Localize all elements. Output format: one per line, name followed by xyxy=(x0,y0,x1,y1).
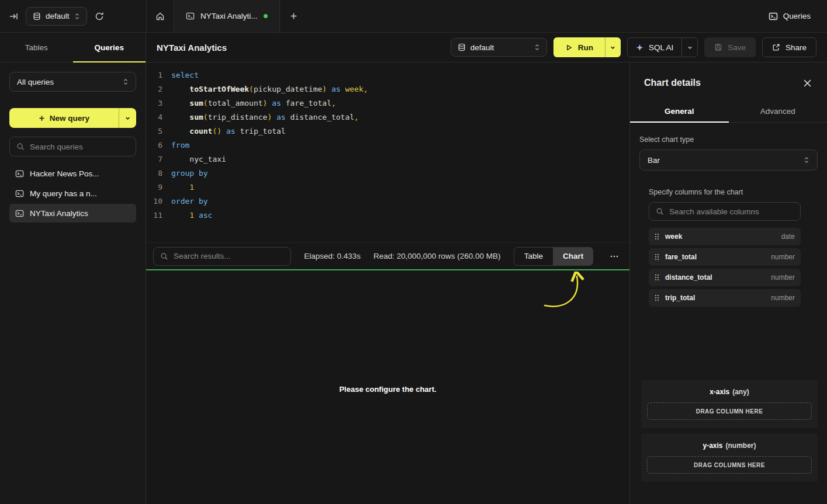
sql-editor[interactable]: 1select2 toStartOfWeek(pickup_datetime) … xyxy=(146,62,629,242)
query-file-icon xyxy=(15,189,24,198)
line-number: 8 xyxy=(146,166,162,180)
more-options-icon[interactable] xyxy=(606,252,622,261)
table-view-button[interactable]: Table xyxy=(514,248,553,265)
home-icon xyxy=(155,12,165,21)
share-label: Share xyxy=(786,43,807,52)
chart-view-label: Chart xyxy=(563,252,583,260)
tab-nytaxi-analytics[interactable]: NYTaxi Analyti... xyxy=(174,0,280,32)
sidebar-tab-queries[interactable]: Queries xyxy=(73,33,146,62)
results-search xyxy=(153,247,291,266)
query-file-icon xyxy=(186,12,195,20)
collapse-sidebar-icon[interactable] xyxy=(9,12,18,21)
code-line: 9 1 xyxy=(146,180,629,194)
query-list-item[interactable]: Hacker News Pos... xyxy=(9,164,136,183)
query-file-icon xyxy=(15,169,24,178)
tab-advanced-label: Advanced xyxy=(760,107,795,116)
run-button[interactable]: Run xyxy=(553,37,605,57)
run-split-button: Run xyxy=(553,37,621,57)
run-label: Run xyxy=(578,43,593,52)
close-icon[interactable] xyxy=(803,79,812,88)
x-axis-label: x-axis(any) xyxy=(647,388,812,396)
tab-title: NYTaxi Analyti... xyxy=(200,12,258,20)
database-icon xyxy=(33,12,41,20)
query-search-input[interactable] xyxy=(30,142,129,151)
database-selector[interactable]: default xyxy=(26,7,87,26)
code-line: 6from xyxy=(146,138,629,152)
database-selector-value: default xyxy=(46,12,70,20)
save-button[interactable]: Save xyxy=(704,37,756,57)
refresh-icon[interactable] xyxy=(95,12,104,21)
chart-column-row[interactable]: trip_total number xyxy=(649,289,801,307)
query-header: NYTaxi Analytics default xyxy=(146,33,827,62)
column-name: distance_total xyxy=(665,273,712,281)
new-query-dropdown[interactable] xyxy=(119,108,136,128)
search-icon xyxy=(16,142,25,151)
query-item-label: My query has a n... xyxy=(30,189,97,198)
topbar-left: default xyxy=(0,0,146,32)
tab-advanced[interactable]: Advanced xyxy=(729,100,827,122)
query-filter-select[interactable]: All queries xyxy=(9,72,136,92)
share-button[interactable]: Share xyxy=(762,37,816,57)
body-row: Tables Queries All queries xyxy=(0,33,827,504)
chart-placeholder-text: Please configure the chart. xyxy=(146,385,629,394)
sql-ai-split-button: SQL AI xyxy=(627,37,698,57)
columns-search xyxy=(649,202,801,221)
chevron-down-icon xyxy=(687,44,693,51)
column-type: number xyxy=(771,273,795,281)
chart-view-button[interactable]: Chart xyxy=(553,248,593,265)
sql-ai-dropdown[interactable] xyxy=(681,38,697,57)
line-number: 3 xyxy=(146,96,162,110)
chart-panel-header: Chart details xyxy=(630,62,827,100)
sidebar-tabs: Tables Queries xyxy=(0,33,146,62)
results-search-input[interactable] xyxy=(174,252,284,260)
run-options-dropdown[interactable] xyxy=(605,37,621,57)
top-bar: default NYTaxi Analyti... xyxy=(0,0,827,33)
chart-details-panel: Chart details General Advanced xyxy=(630,62,827,504)
query-list-item[interactable]: NYTaxi Analytics xyxy=(9,204,136,223)
sidebar-content: All queries New query xyxy=(0,62,146,232)
code-line: 7 nyc_taxi xyxy=(146,152,629,166)
chart-panel-body: Select chart type Bar Specify columns fo… xyxy=(630,123,827,504)
drag-handle-icon[interactable] xyxy=(655,274,659,281)
tab-general-label: General xyxy=(665,107,694,116)
run-database-selector[interactable]: default xyxy=(451,38,547,57)
column-name: trip_total xyxy=(665,294,695,302)
plus-icon xyxy=(39,115,45,121)
query-file-icon xyxy=(15,209,24,218)
tab-general[interactable]: General xyxy=(630,100,729,122)
columns-search-input[interactable] xyxy=(669,207,794,216)
line-number: 11 xyxy=(146,208,162,223)
chart-column-row[interactable]: week date xyxy=(649,228,801,245)
queries-button[interactable]: Queries xyxy=(769,12,811,21)
x-axis-dropzone[interactable]: DRAG COLUMN HERE xyxy=(647,402,812,420)
play-icon xyxy=(565,44,573,51)
query-list-item[interactable]: My query has a n... xyxy=(9,184,136,203)
chart-type-select[interactable]: Bar xyxy=(639,150,818,171)
content-row: 1select2 toStartOfWeek(pickup_datetime) … xyxy=(146,62,827,504)
y-axis-card: y-axis(number) DRAG COLUMNS HERE xyxy=(641,434,818,482)
line-number: 7 xyxy=(146,152,162,166)
main-area: NYTaxi Analytics default xyxy=(146,33,827,504)
new-tab-button[interactable] xyxy=(280,0,308,32)
query-item-label: NYTaxi Analytics xyxy=(30,209,88,218)
sql-ai-button[interactable]: SQL AI xyxy=(628,38,681,57)
line-number: 6 xyxy=(146,138,162,152)
line-number: 5 xyxy=(146,124,162,138)
y-axis-dropzone[interactable]: DRAG COLUMNS HERE xyxy=(647,456,812,474)
chart-column-row[interactable]: distance_total number xyxy=(649,269,801,286)
drag-handle-icon[interactable] xyxy=(655,253,659,260)
chart-column-row[interactable]: fare_total number xyxy=(649,248,801,266)
chevron-updown-icon xyxy=(74,12,80,20)
sidebar-tab-tables[interactable]: Tables xyxy=(0,33,73,62)
read-stat: Read: 20,000,000 rows (260.00 MB) xyxy=(373,252,501,260)
home-tab[interactable] xyxy=(146,0,174,32)
new-query-button[interactable]: New query xyxy=(9,108,119,128)
drag-handle-icon[interactable] xyxy=(655,294,659,301)
drag-handle-icon[interactable] xyxy=(655,233,659,240)
chevron-down-icon xyxy=(610,44,616,51)
search-icon xyxy=(160,252,168,260)
topbar-right: Queries xyxy=(769,0,827,32)
columns-section: Specify columns for the chart week date xyxy=(639,188,818,307)
sidebar-tab-tables-label: Tables xyxy=(25,43,48,52)
y-axis-label: y-axis(number) xyxy=(647,442,812,450)
